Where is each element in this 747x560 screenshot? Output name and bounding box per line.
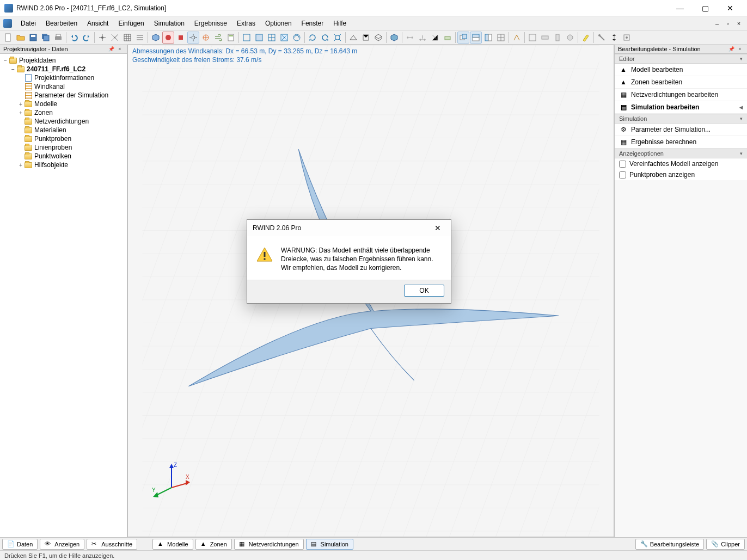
tb-results5-icon[interactable] (291, 32, 303, 44)
tab-bearbeitungsleiste[interactable]: 🔧Bearbeitungsleiste (635, 539, 705, 550)
tb-dim2-icon[interactable] (417, 32, 428, 44)
rpanel-close-icon[interactable]: × (736, 46, 744, 52)
tb-undo-icon[interactable] (68, 32, 80, 44)
tb-snap2-icon[interactable] (109, 32, 121, 44)
tb-align-icon[interactable] (134, 32, 146, 44)
menu-ansicht[interactable]: Ansicht (83, 18, 113, 29)
rpanel-pin-icon[interactable]: 📌 (727, 46, 735, 52)
rp-modell-bearbeiten[interactable]: ▲Modell bearbeiten (615, 64, 747, 76)
tb-redo-icon[interactable] (81, 32, 93, 44)
tb-fit-icon[interactable] (332, 32, 344, 44)
tb-rotate2-icon[interactable] (319, 32, 331, 44)
panel-close-icon[interactable]: × (116, 46, 124, 52)
menu-extras[interactable]: Extras (232, 18, 260, 29)
tb-clip3-icon[interactable] (552, 32, 564, 44)
tree-punktproben[interactable]: ·Punktproben (1, 134, 126, 143)
tab-anzeigen[interactable]: 👁Anzeigen (40, 539, 84, 550)
tb-tool2-icon[interactable] (608, 32, 620, 44)
checkbox-simple-model[interactable] (619, 161, 626, 168)
tree-zonen[interactable]: +Zonen (1, 108, 126, 117)
tab-modelle[interactable]: ▲Modelle (152, 539, 193, 550)
menu-optionen[interactable]: Optionen (261, 18, 296, 29)
rp-section-editor[interactable]: Editor▾ (615, 54, 747, 64)
tb-grid-icon[interactable] (121, 32, 133, 44)
tb-view1-icon[interactable] (347, 32, 359, 44)
menu-datei[interactable]: Datei (16, 18, 40, 29)
menu-ergebnisse[interactable]: Ergebnisse (190, 18, 231, 29)
tb-save-icon[interactable] (27, 32, 39, 44)
mdi-restore-button[interactable]: ▫ (723, 19, 733, 28)
rp-ergebnisse-berechnen[interactable]: ▦Ergebnisse berechnen (615, 136, 747, 149)
tb-mesh-icon[interactable] (200, 32, 212, 44)
tb-results3-icon[interactable] (266, 32, 278, 44)
tb-open-icon[interactable] (15, 32, 27, 44)
tree-materialien[interactable]: ·Materialien (1, 126, 126, 134)
tb-rotate-icon[interactable] (307, 32, 319, 44)
panel-pin-icon[interactable]: 📌 (107, 46, 115, 52)
viewport-3d[interactable]: Abmessungen des Windkanals: Dx = 66.53 m… (127, 45, 614, 537)
menu-fenster[interactable]: Fenster (297, 18, 328, 29)
minimize-button[interactable]: — (668, 0, 693, 16)
rp-section-simulation[interactable]: Simulation▾ (615, 114, 747, 124)
tree-root[interactable]: −Projektdaten (1, 56, 126, 65)
tree-project[interactable]: −240711_FF.rf6_LC2 (1, 65, 126, 73)
tab-daten[interactable]: 📄Daten (2, 539, 38, 550)
tb-calc-icon[interactable] (225, 32, 237, 44)
maximize-button[interactable]: ▢ (693, 0, 718, 16)
tb-new-icon[interactable] (2, 32, 14, 44)
tb-highlight-icon[interactable] (580, 32, 592, 44)
tb-shade-icon[interactable] (388, 32, 400, 44)
rp-netz-bearbeiten[interactable]: ▦Netzverdichtungen bearbeiten (615, 89, 747, 101)
dialog-ok-button[interactable]: OK (404, 285, 444, 297)
tb-run-icon[interactable] (162, 32, 174, 44)
tab-clipper[interactable]: 📎Clipper (706, 539, 745, 550)
rp-parameter[interactable]: ⚙Parameter der Simulation... (615, 124, 747, 136)
rp-zonen-bearbeiten[interactable]: ▲Zonen bearbeiten (615, 76, 747, 89)
menu-einfuegen[interactable]: Einfügen (114, 18, 148, 29)
tb-view3-icon[interactable] (372, 32, 384, 44)
tb-wind-icon[interactable] (212, 32, 224, 44)
project-tree[interactable]: −Projektdaten −240711_FF.rf6_LC2 ·Projek… (0, 54, 127, 537)
rp-section-display[interactable]: Anzeigeoptionen▾ (615, 149, 747, 158)
tb-results1-icon[interactable] (241, 32, 253, 44)
tb-clip1-icon[interactable] (526, 32, 538, 44)
tb-dim3-icon[interactable] (429, 32, 441, 44)
menu-simulation[interactable]: Simulation (150, 18, 189, 29)
rp-check-simple-model[interactable]: Vereinfachtes Modell anzeigen (615, 158, 747, 169)
tb-misc1-icon[interactable] (511, 32, 523, 44)
tb-view2-icon[interactable] (360, 32, 372, 44)
tb-results4-icon[interactable] (278, 32, 290, 44)
rp-check-point-probes[interactable]: Punktproben anzeigen (615, 169, 747, 180)
tb-saveall-icon[interactable] (40, 32, 52, 44)
tree-netz[interactable]: ·Netzverdichtungen (1, 117, 126, 126)
checkbox-point-probes[interactable] (619, 171, 626, 179)
menu-hilfe[interactable]: Hilfe (329, 18, 351, 29)
mdi-close-button[interactable]: × (734, 19, 744, 28)
tree-hilfsobjekte[interactable]: +Hilfsobjekte (1, 161, 126, 169)
tree-modelle[interactable]: +Modelle (1, 100, 126, 108)
tb-dim4-icon[interactable] (442, 32, 454, 44)
tree-projektinfo[interactable]: ·Projektinformationen (1, 73, 126, 82)
tree-punktwolken[interactable]: ·Punktwolken (1, 152, 126, 161)
tb-tool3-icon[interactable] (621, 32, 633, 44)
tab-zonen[interactable]: ▲Zonen (195, 539, 232, 550)
tb-layer1-icon[interactable] (457, 32, 469, 44)
tb-layer2-icon[interactable] (470, 32, 482, 44)
rp-simulation-bearbeiten[interactable]: ▤Simulation bearbeiten◂ (615, 101, 747, 114)
tab-ausschnitte[interactable]: ✂Ausschnitte (87, 539, 137, 550)
tb-dim1-icon[interactable] (404, 32, 416, 44)
tb-clip4-icon[interactable] (564, 32, 576, 44)
tree-parameter[interactable]: ·Parameter der Simulation (1, 91, 126, 100)
tb-settings-icon[interactable] (187, 32, 199, 44)
tb-layer4-icon[interactable] (495, 32, 507, 44)
tb-print-icon[interactable] (52, 32, 64, 44)
close-button[interactable]: ✕ (718, 0, 743, 16)
tb-layer3-icon[interactable] (482, 32, 494, 44)
mdi-minimize-button[interactable]: – (712, 19, 722, 28)
tb-stop-icon[interactable] (175, 32, 187, 44)
tb-results2-icon[interactable] (253, 32, 265, 44)
tab-simulation[interactable]: ▤Simulation (306, 539, 353, 550)
tb-snap1-icon[interactable] (96, 32, 108, 44)
menu-bearbeiten[interactable]: Bearbeiten (41, 18, 82, 29)
tab-netz[interactable]: ▦Netzverdichtungen (234, 539, 304, 550)
